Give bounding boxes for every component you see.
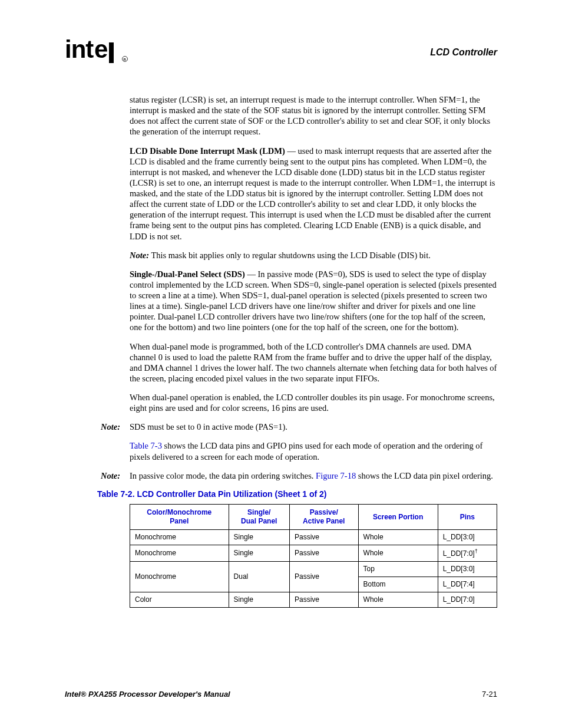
page-header: int e R LCD Controller xyxy=(65,35,497,71)
footer-title: Intel® PXA255 Processor Developer's Manu… xyxy=(65,690,230,699)
table-header-row: Color/MonochromePanel Single/Dual Panel … xyxy=(130,505,497,530)
table-row: Monochrome Dual Passive Top L_DD[3:0] xyxy=(130,562,497,577)
svg-text:e: e xyxy=(94,35,107,63)
section-title: LCD Controller xyxy=(430,47,497,58)
term: LCD Disable Done Interrupt Mask (LDM) xyxy=(130,146,285,156)
paragraph: Table 7-3 shows the LCD data pins and GP… xyxy=(130,440,497,462)
table-row: Monochrome Single Passive Whole L_DD[3:0… xyxy=(130,530,497,545)
col-header: Passive/Active Panel xyxy=(289,505,358,530)
paragraph: When dual-panel operation is enabled, th… xyxy=(130,392,497,413)
note-label: Note: xyxy=(65,470,130,481)
page-footer: Intel® PXA255 Processor Developer's Manu… xyxy=(65,690,497,699)
paragraph: LCD Disable Done Interrupt Mask (LDM) — … xyxy=(130,146,497,242)
note-block: Note: SDS must be set to 0 in active mod… xyxy=(130,421,497,432)
paragraph: Single-/Dual-Panel Select (SDS) — In pas… xyxy=(130,269,497,333)
note-text: This mask bit applies only to regular sh… xyxy=(149,251,431,260)
col-header: Pins xyxy=(438,505,497,530)
table-reference-link[interactable]: Table 7-3 xyxy=(130,441,162,450)
paragraph: When dual-panel mode is programmed, both… xyxy=(130,341,497,384)
table-row: Monochrome Single Passive Whole L_DD[7:0… xyxy=(130,545,497,562)
intel-logo: int e R xyxy=(65,35,130,71)
paragraph-text: shows the LCD data pins and GPIO pins us… xyxy=(130,441,482,461)
body-content: status register (LCSR) is set, an interr… xyxy=(130,94,497,608)
col-header: Color/MonochromePanel xyxy=(130,505,229,530)
table-row: Color Single Passive Whole L_DD[7:0] xyxy=(130,592,497,608)
figure-reference-link[interactable]: Figure 7-18 xyxy=(316,471,356,480)
paragraph-text: — used to mask interrupt requests that a… xyxy=(130,146,495,241)
paragraph: status register (LCSR) is set, an interr… xyxy=(130,94,497,137)
note-block: Note: In passive color mode, the data pi… xyxy=(130,470,497,481)
term: Single-/Dual-Panel Select (SDS) xyxy=(130,269,245,279)
note-text: In passive color mode, the data pin orde… xyxy=(130,470,497,481)
note-text: SDS must be set to 0 in active mode (PAS… xyxy=(130,421,497,432)
note-label: Note: xyxy=(65,421,130,432)
note-label: Note: xyxy=(130,251,149,260)
col-header: Single/Dual Panel xyxy=(229,505,289,530)
col-header: Screen Portion xyxy=(358,505,438,530)
svg-text:R: R xyxy=(124,58,127,61)
table-caption: Table 7-2. LCD Controller Data Pin Utili… xyxy=(97,489,497,500)
page-number: 7-21 xyxy=(482,690,497,699)
inline-note: Note: This mask bit applies only to regu… xyxy=(130,250,497,261)
data-pin-table: Color/MonochromePanel Single/Dual Panel … xyxy=(130,504,497,608)
svg-text:int: int xyxy=(65,35,94,63)
